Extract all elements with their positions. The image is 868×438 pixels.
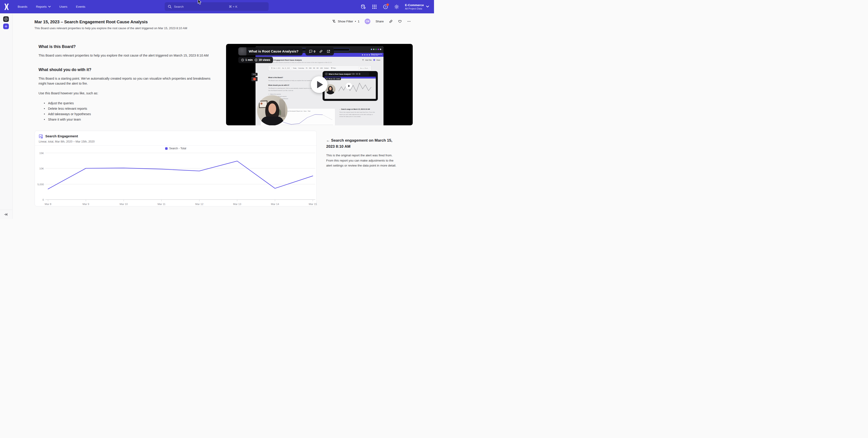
doc-bullet-list: Adjust the queries Delete less relevant … <box>38 100 211 122</box>
recording-timer: 0:02 <box>251 73 257 76</box>
line-chart[interactable]: 15K 10K 5,000 0 Mar 8 Mar 9 Mar 10 Mar 1… <box>35 150 317 207</box>
video-meta-pill: 1 min 19 views <box>238 57 273 63</box>
settings-gear-icon[interactable] <box>394 4 399 9</box>
video-actions: 0 <box>305 47 334 56</box>
video-comments-button[interactable]: 0 <box>309 49 315 53</box>
nested-video-thumbnail: What is Root Cause Analysis? 0 18 sec 1 … <box>323 71 378 101</box>
nav-events[interactable]: Events <box>76 5 85 8</box>
filter-count: 1 <box>358 20 360 23</box>
heart-icon <box>398 20 402 23</box>
video-player[interactable]: Mar 15, 2023 - Search Enga... Boards Rep… <box>226 44 413 125</box>
record-stop-button <box>251 77 257 81</box>
legend-label: Search - Total <box>169 147 186 150</box>
doc-paragraph-3: Use this Board however you like, such as… <box>38 91 211 96</box>
search-input[interactable] <box>174 5 228 8</box>
list-item: Add takeaways or hypotheses <box>38 111 211 117</box>
list-item: Adjust the queries <box>38 100 211 106</box>
series-line <box>48 161 313 189</box>
search-icon <box>168 5 172 9</box>
video-open-external-button[interactable] <box>327 49 330 53</box>
project-selector[interactable]: E-Commerce All Project Data <box>405 3 429 10</box>
show-filter-label: Show Filter <box>338 20 353 23</box>
avatar[interactable]: CM <box>365 19 370 24</box>
x-tick-label: Mar 9 <box>83 203 89 205</box>
more-options-button[interactable] <box>407 20 411 23</box>
x-tick-label: Mar 8 <box>44 203 51 205</box>
external-link-icon <box>359 73 360 75</box>
eye-icon <box>334 78 335 79</box>
ellipsis-icon <box>407 20 411 23</box>
compass-icon <box>4 18 8 21</box>
nav-reports[interactable]: Reports <box>36 5 51 8</box>
y-tick-label: 0 <box>42 198 44 201</box>
eye-icon <box>254 58 257 62</box>
report-subtitle: Linear, total, Mar 8th, 2020 – Mar 15th,… <box>39 140 95 143</box>
search-shortcut: ⌘ + K <box>229 5 238 8</box>
video-title-pill: What is Root Cause Analysis? <box>238 47 303 56</box>
blurred-avatar <box>238 47 246 56</box>
comment-icon <box>309 49 313 53</box>
presenter-webcam-bubble <box>257 95 287 125</box>
mixpanel-logo-icon[interactable] <box>3 3 10 10</box>
clock-icon <box>241 58 244 62</box>
video-views: 19 views <box>259 58 270 62</box>
discovery-compass-button[interactable] <box>3 16 9 22</box>
play-button[interactable] <box>311 76 328 93</box>
insights-report-icon <box>39 134 43 139</box>
chevron-down-icon <box>48 6 51 8</box>
create-new-button[interactable] <box>3 24 9 29</box>
x-tick-label: Mar 13 <box>233 203 241 205</box>
svg-text:?: ? <box>384 5 386 8</box>
x-tick-label: Mar 10 <box>120 203 128 205</box>
x-ticks <box>48 200 313 201</box>
mini-date-controls: Mar 9, 2023 – Mar 15, 2023 Today Yesterd… <box>268 65 371 71</box>
nav-users[interactable]: Users <box>59 5 67 8</box>
nav-boards[interactable]: Boards <box>18 5 27 8</box>
x-tick-label: Mar 15 <box>309 203 317 205</box>
doc-paragraph-2: This Board is a starting point. We’ve au… <box>38 76 211 86</box>
clock-icon <box>326 78 328 79</box>
x-tick-label: Mar 11 <box>158 203 165 205</box>
primary-nav: Boards Reports Users Events <box>18 5 85 8</box>
mixpanel-app: Boards Reports Users Events ⌘ + K <box>0 0 434 219</box>
report-title: Search Engagement <box>45 134 78 138</box>
board-actions: Show Filter • 1 CM Share <box>332 19 411 24</box>
copy-link-button[interactable] <box>389 20 393 23</box>
x-tick-label: Mar 14 <box>271 203 279 205</box>
link-icon <box>319 49 323 53</box>
share-button[interactable]: Share <box>376 20 384 23</box>
sidenote-card: ← Search engagement on March 15, 2023 8:… <box>326 137 401 168</box>
sidenote-body: This is the original report the alert wa… <box>326 153 398 168</box>
notification-dot <box>386 3 389 6</box>
expand-sidebar-icon <box>4 213 8 216</box>
left-rail <box>0 13 13 219</box>
doc-heading-1: What is this Board? <box>38 44 211 49</box>
board-text-card: What is this Board? This Board uses rele… <box>38 44 211 122</box>
external-link-icon <box>327 49 330 53</box>
x-tick-label: Mar 12 <box>195 203 204 205</box>
chevron-down-icon <box>426 5 429 8</box>
video-title: What is Root Cause Analysis? <box>249 49 299 54</box>
link-icon <box>356 73 358 75</box>
apps-grid-icon[interactable] <box>372 4 377 9</box>
browser-extensions <box>371 48 381 50</box>
data-management-icon[interactable] <box>361 4 366 9</box>
global-search[interactable]: ⌘ + K <box>165 2 269 11</box>
nav-reports-label: Reports <box>36 5 46 8</box>
y-tick-label: 10K <box>39 167 44 170</box>
show-filter-button[interactable]: Show Filter • 1 <box>332 20 360 23</box>
list-item: Share it with your team <box>38 117 211 122</box>
plus-icon <box>4 25 8 28</box>
expand-sidebar-button[interactable] <box>4 213 8 216</box>
favorite-button[interactable] <box>398 20 402 23</box>
sidenote-heading: ← Search engagement on March 15, 2023 8:… <box>326 137 399 149</box>
video-duration: 1 min <box>245 58 253 62</box>
report-header[interactable]: Search Engagement Linear, total, Mar 8th… <box>35 131 316 145</box>
mouse-cursor <box>197 0 202 5</box>
project-name: E-Commerce <box>405 3 424 7</box>
chart-legend: Search - Total <box>35 147 316 150</box>
help-icon[interactable]: ? <box>383 4 388 9</box>
comment-icon <box>352 73 354 75</box>
filter-separator: • <box>355 20 356 23</box>
video-copy-link-button[interactable] <box>319 49 323 53</box>
